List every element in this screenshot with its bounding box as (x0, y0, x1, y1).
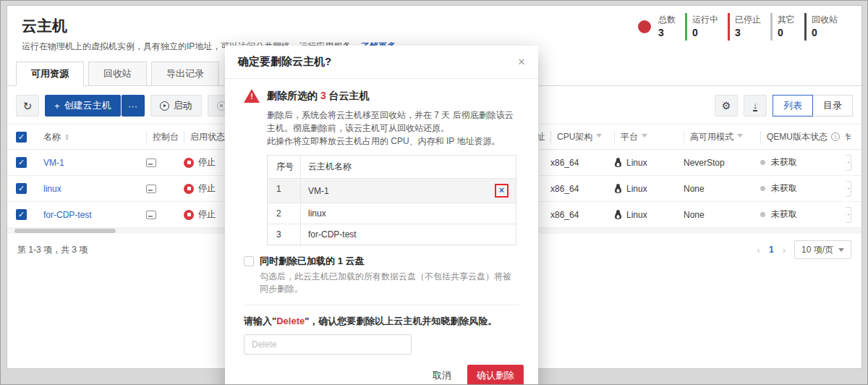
modal-description-2: 此操作将立即释放云主机占用的 CPU、内存和 IP 地址资源。 (267, 135, 519, 148)
unknown-status-icon (760, 160, 765, 165)
pagination: ‹ 1 › 10 项/页 (757, 240, 851, 259)
qemu-status-value: 未获取 (771, 182, 797, 195)
status-text: 停止 (198, 208, 216, 221)
stat-value: 0 (778, 26, 795, 39)
linux-icon (614, 158, 622, 167)
stat-value: 3 (735, 26, 761, 39)
gear-icon: ⚙ (722, 101, 731, 111)
col-name[interactable]: 名称 (43, 131, 61, 143)
delete-volumes-checkbox[interactable] (244, 256, 254, 266)
stat-value: 0 (692, 26, 718, 39)
row-checkbox[interactable] (16, 209, 27, 220)
delete-volumes-label: 同时删除已加载的 1 云盘 (260, 255, 364, 268)
delete-volumes-help: 勾选后，此云主机已加载的所有数据云盘（不包括共享云盘）将被同步删除。 (260, 271, 519, 295)
remove-vm-icon[interactable]: × (499, 185, 504, 195)
refresh-icon: ↻ (23, 101, 33, 111)
modal-heading: 删除所选的 3 台云主机 (267, 90, 370, 103)
sort-icon[interactable]: ▲▼ (64, 133, 69, 140)
selected-vm-row: 2 linux (268, 203, 516, 224)
stopped-status-icon (184, 184, 194, 194)
select-all-checkbox[interactable] (16, 132, 27, 143)
selected-count: 3 (320, 90, 326, 101)
ha-mode-value: None (684, 184, 760, 194)
vm-name-link[interactable]: for-CDP-test (43, 210, 92, 220)
row-actions-button[interactable]: ··· (846, 207, 851, 223)
console-icon[interactable] (146, 158, 156, 167)
create-button-group: +创建云主机 ··· (45, 95, 145, 117)
create-vm-label: 创建云主机 (64, 99, 111, 112)
modal-title: 确定要删除云主机? (238, 55, 331, 69)
confirm-input[interactable] (244, 334, 412, 355)
create-more-button[interactable]: ··· (122, 95, 145, 117)
filter-icon[interactable] (596, 134, 602, 140)
view-catalog-button[interactable]: 目录 (812, 95, 853, 117)
export-button[interactable]: ↓ (744, 95, 767, 117)
unknown-status-icon (760, 212, 765, 217)
page-size-select[interactable]: 10 项/页 (794, 240, 851, 259)
col-index: 序号 (268, 156, 301, 178)
stat-label: 已停止 (735, 14, 761, 26)
console-icon[interactable] (146, 211, 156, 219)
warning-icon (244, 89, 260, 103)
selected-vm-row: 1 VM-1× (268, 179, 516, 203)
create-vm-button[interactable]: +创建云主机 (45, 95, 121, 117)
vm-name-link[interactable]: linux (43, 184, 61, 194)
stat-label: 运行中 (692, 14, 718, 26)
volume-count: 1 (338, 255, 343, 266)
stat-stopped: 已停止 3 (728, 13, 770, 41)
vm-name: for-CDP-test (308, 229, 357, 240)
confirm-prompt: 请输入"Delete"，确认您要删除以上云主机并知晓删除风险。 (244, 315, 519, 328)
tab-available-resources[interactable]: 可用资源 (16, 62, 84, 86)
modal-header: 确定要删除云主机? × (225, 46, 538, 79)
col-ha-mode: 高可用模式 (690, 131, 733, 143)
tab-recycle-bin[interactable]: 回收站 (88, 62, 147, 86)
filter-icon[interactable] (642, 134, 647, 140)
row-checkbox[interactable] (16, 157, 27, 168)
platform-value: Linux (626, 184, 647, 194)
stat-label: 总数 (658, 14, 676, 26)
next-page-button[interactable]: › (783, 245, 786, 255)
screenshot-frame: 云主机 运行在物理机上的虚拟机实例，具有独立的IP地址，可以访问公共网络，运行应… (0, 0, 868, 385)
start-vm-button[interactable]: 启动 (150, 95, 202, 117)
stopped-status-icon (184, 210, 194, 220)
stat-label: 回收站 (812, 14, 838, 26)
row-index: 2 (268, 203, 301, 224)
close-icon[interactable]: × (518, 56, 525, 68)
download-icon: ↓ (753, 101, 758, 111)
qemu-status-value: 未获取 (771, 208, 797, 221)
refresh-button[interactable]: ↻ (16, 95, 39, 117)
vm-name-link[interactable]: VM-1 (43, 158, 64, 168)
status-text: 停止 (198, 182, 216, 195)
row-actions-button[interactable]: ··· (846, 155, 851, 171)
cpu-arch-value: x86_64 (550, 184, 614, 194)
unknown-status-icon (760, 186, 765, 191)
ha-mode-value: None (684, 210, 760, 220)
chevron-down-icon (838, 248, 844, 255)
view-list-button[interactable]: 列表 (773, 95, 813, 117)
vm-stats-bar: 总数 3 运行中 0 已停止 3 其它 0 回收站 0 (638, 13, 847, 41)
platform-value: Linux (626, 158, 647, 168)
row-index: 3 (268, 224, 301, 245)
vm-name: linux (308, 208, 326, 219)
row-checkbox[interactable] (16, 183, 27, 194)
filter-icon[interactable] (737, 134, 743, 140)
stat-running: 运行中 0 (685, 13, 728, 41)
console-icon[interactable] (146, 185, 156, 193)
items-summary: 第 1-3 项，共 3 项 (17, 244, 88, 256)
stat-other: 其它 0 (770, 13, 804, 41)
start-label: 启动 (174, 99, 192, 112)
page-number[interactable]: 1 (769, 245, 774, 255)
col-actions: 操作 (846, 131, 861, 143)
plus-icon: + (54, 101, 60, 111)
prev-page-button[interactable]: ‹ (757, 245, 760, 255)
tab-export-records[interactable]: 导出记录 (151, 62, 219, 86)
confirm-keyword: Delete (276, 316, 305, 326)
row-actions-button[interactable]: ··· (846, 181, 851, 197)
view-switcher: 列表 目录 (773, 95, 853, 117)
scrollbar-thumb[interactable] (14, 229, 116, 233)
settings-button[interactable]: ⚙ (715, 95, 738, 117)
cancel-button[interactable]: 取消 (433, 369, 451, 382)
play-icon (160, 101, 169, 111)
info-icon[interactable] (831, 132, 840, 141)
confirm-delete-button[interactable]: 确认删除 (467, 365, 524, 385)
